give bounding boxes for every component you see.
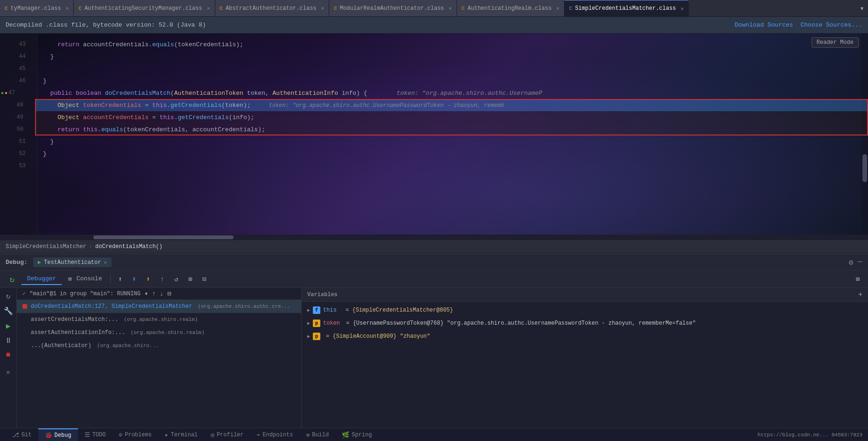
git-icon: ⎇ <box>12 431 19 439</box>
tab-simplecredentials[interactable]: C SimpleCredentialsMatcher.class ✕ <box>565 0 689 16</box>
sidebar-wrench-icon[interactable]: 🔧 <box>4 306 13 316</box>
thread-filter-btn[interactable]: ⊟ <box>167 290 171 298</box>
profiler-icon: ◎ <box>211 431 214 439</box>
frames-icon[interactable]: ⊟ <box>198 273 211 286</box>
minimize-icon[interactable]: ─ <box>858 258 862 267</box>
todo-icon: ☰ <box>85 431 90 439</box>
tab-authrealm[interactable]: C AuthenticatingRealm.class ✕ <box>457 0 565 16</box>
debugger-tab-btn[interactable]: Debugger <box>21 273 62 285</box>
code-content-43: return accountCredentials.equals(tokenCr… <box>43 41 243 48</box>
code-line-44: 44 } <box>37 50 868 63</box>
step-into-icon[interactable]: ⬇ <box>127 273 141 286</box>
step-up-icon[interactable]: ↑ <box>155 273 169 286</box>
bottom-tab-build[interactable]: ⚒ Build <box>299 428 335 441</box>
code-line-43: 43 return accountCredentials.equals(toke… <box>37 38 868 50</box>
endpoints-icon: ⌁ <box>257 431 261 439</box>
settings-icon[interactable]: ⚙ <box>849 258 854 267</box>
var-expand-info[interactable]: ▶ <box>307 334 310 339</box>
sidebar-refresh-icon[interactable]: ↻ <box>6 292 11 301</box>
code-content-44: } <box>43 53 54 60</box>
debug-session-tab[interactable]: ▶ TestAuthenticator ✕ <box>33 257 112 267</box>
sidebar-extra-icon[interactable]: » <box>6 369 10 376</box>
bottom-tab-debug[interactable]: 🐞 Debug <box>38 428 78 441</box>
close-icon-6[interactable]: ✕ <box>681 6 684 12</box>
debug-left-sidebar: ↻ 🔧 ▶ ⏸ ■ » <box>0 288 17 441</box>
code-line-50: 50 return this.equals(tokenCredentials, … <box>35 123 868 135</box>
var-item-info[interactable]: ▶ p = {SimpleAccount@909} "zhaoyun" <box>302 330 868 343</box>
frame-class-3: (org.apache.shiro... <box>97 343 159 349</box>
frames-panel: ✓ "main"@1 in group "main": RUNNING ▾ ↑ … <box>17 288 302 441</box>
frame-item-2[interactable]: assertAuthenticationInfo:... (org.apache… <box>17 326 301 339</box>
thread-name: "main"@1 in group "main": RUNNING <box>29 291 141 297</box>
left-toolbar-area: ↻ <box>4 274 21 285</box>
tab-label-2: AuthenticatingSecurityManager.class <box>85 5 202 12</box>
bottom-tab-git[interactable]: ⎇ Git <box>6 428 38 441</box>
close-icon-2[interactable]: ✕ <box>207 5 210 11</box>
debug-tab-close[interactable]: ✕ <box>104 259 107 265</box>
bottom-tab-debug-label: Debug <box>55 432 71 439</box>
console-tab-icon: ▤ <box>68 276 71 282</box>
bottom-tab-endpoints-label: Endpoints <box>263 432 293 438</box>
code-area: 43 return accountCredentials.equals(toke… <box>0 34 868 235</box>
sidebar-resume-icon[interactable]: ▶ <box>6 321 11 331</box>
frame-name-1: assertCredentialsMatch:... <box>31 316 118 323</box>
line-num-50: 50 <box>0 126 23 133</box>
right-toolbar-icons: ⊞ <box>851 273 864 286</box>
var-item-this[interactable]: ▶ f this = {SimpleCredentialsMatcher@805… <box>302 304 868 317</box>
code-content-48: Object tokenCredentials = this.getCreden… <box>43 102 504 109</box>
bottom-tab-profiler[interactable]: ◎ Profiler <box>204 428 250 441</box>
thread-up-btn[interactable]: ↑ <box>152 290 155 298</box>
class-icon-2: C <box>78 6 82 11</box>
frame-item-3[interactable]: ...(Authenticator) (org.apache.shiro... <box>17 339 301 352</box>
thread-down-btn[interactable]: ↓ <box>160 290 163 298</box>
var-expand-this[interactable]: ▶ <box>307 307 310 313</box>
horizontal-scrollbar[interactable] <box>0 235 868 240</box>
frame-item-0[interactable]: doCredentialsMatch:127, SimpleCredential… <box>17 300 301 313</box>
frames-list: doCredentialsMatch:127, SimpleCredential… <box>17 300 301 441</box>
thread-dropdown-btn[interactable]: ▾ <box>144 290 148 298</box>
tab-overflow-btn[interactable]: ▾ <box>856 4 868 13</box>
var-item-token[interactable]: ▶ p token = {UsernamePasswordToken@768} … <box>302 317 868 330</box>
code-content-52: } <box>43 150 47 157</box>
frame-item-1[interactable]: assertCredentialsMatch:... (org.apache.s… <box>17 313 301 326</box>
h-scrollbar-thumb[interactable] <box>93 235 233 239</box>
frame-class-2: (org.apache.shiro.realm) <box>131 330 205 335</box>
layout-icon[interactable]: ⊞ <box>851 273 864 286</box>
sidebar-pause-icon[interactable]: ⏸ <box>5 336 12 345</box>
bottom-tab-endpoints[interactable]: ⌁ Endpoints <box>250 428 300 441</box>
tab-abstractauth[interactable]: C AbstractAuthenticator.class ✕ <box>215 0 330 16</box>
step-over-up-icon[interactable]: ⬆ <box>113 273 127 286</box>
class-icon-4: C <box>334 6 337 11</box>
reader-mode-button[interactable]: Reader Mode <box>812 37 859 48</box>
close-icon-4[interactable]: ✕ <box>449 5 452 11</box>
close-icon-1[interactable]: ✕ <box>66 5 69 11</box>
frame-name-0: doCredentialsMatch:127, SimpleCredential… <box>31 303 192 310</box>
line-num-44: 44 <box>2 53 26 60</box>
console-tab-btn[interactable]: ▤ Console <box>63 273 107 285</box>
tab-authsecmgr[interactable]: C AuthenticatingSecurityManager.class ✕ <box>74 0 215 16</box>
add-variable-icon[interactable]: + <box>859 291 862 299</box>
choose-sources-link[interactable]: Choose Sources... <box>800 21 862 28</box>
red-box-wrapper: 48 Object tokenCredentials = this.getCre… <box>35 99 868 135</box>
bottom-tab-terminal[interactable]: ▸ Terminal <box>158 428 204 441</box>
problems-icon: ⊙ <box>119 431 122 439</box>
download-sources-link[interactable]: Download Sources <box>735 21 793 28</box>
step-eval-icon[interactable]: ⊞ <box>183 273 197 286</box>
var-expand-token[interactable]: ▶ <box>307 320 310 326</box>
bottom-tab-todo[interactable]: ☰ TODO <box>78 428 113 441</box>
close-icon-5[interactable]: ✕ <box>556 5 559 11</box>
tab-tymanager[interactable]: C tyManager.class ✕ <box>0 0 74 16</box>
step-out-icon[interactable]: ⬆ <box>141 273 155 286</box>
bottom-tab-problems[interactable]: ⊙ Problems <box>112 428 158 441</box>
bottom-tab-spring[interactable]: 🌿 Spring <box>335 428 378 441</box>
notice-links: Download Sources Choose Sources... <box>735 21 862 28</box>
sidebar-stop-icon[interactable]: ■ <box>6 351 11 359</box>
frame-name-3: ...(Authenticator) <box>31 342 92 349</box>
variables-panel: Variables + ▶ f this = {SimpleCredential… <box>302 288 868 441</box>
resume-icon[interactable]: ↻ <box>10 274 15 285</box>
tab-modularrealm[interactable]: C ModularRealmAuthenticator.class ✕ <box>329 0 457 16</box>
close-icon-3[interactable]: ✕ <box>321 5 325 11</box>
var-icon-this: f <box>313 306 320 314</box>
step-rotate-icon[interactable]: ↺ <box>169 273 183 286</box>
variables-header: Variables + <box>302 288 868 302</box>
